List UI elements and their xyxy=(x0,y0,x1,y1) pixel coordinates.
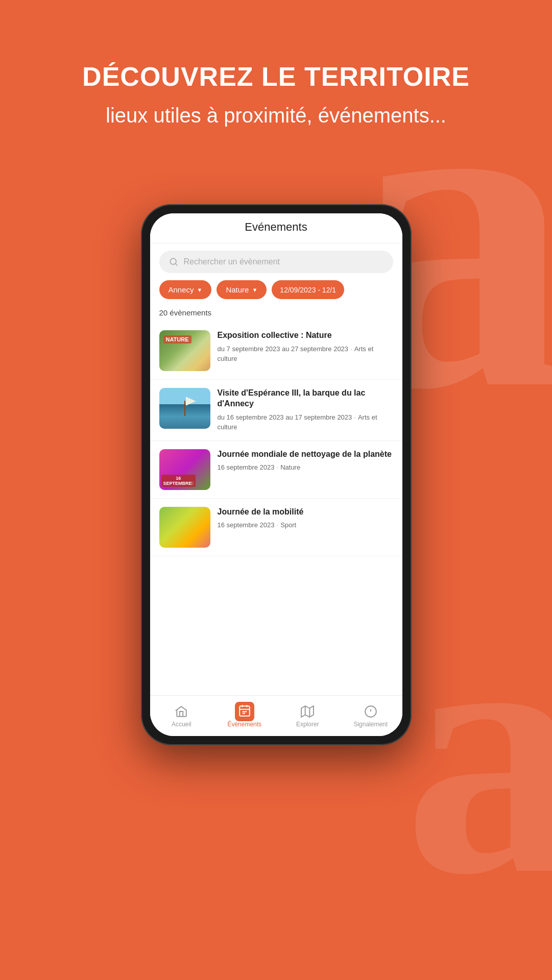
svg-point-0 xyxy=(170,258,176,264)
event-meta: 16 septembre 2023·Sport xyxy=(218,520,393,530)
nav-item-signalement[interactable]: Signalement xyxy=(339,704,402,728)
event-title: Visite d'Espérance III, la barque du lac… xyxy=(218,388,393,409)
nav-item-explorer[interactable]: Explorer xyxy=(276,704,340,728)
event-thumbnail xyxy=(159,388,210,429)
alert-icon xyxy=(364,704,378,719)
event-title: Journée mondiale de nettoyage de la plan… xyxy=(218,449,393,460)
filter-nature-label: Nature xyxy=(226,285,249,294)
nav-explorer-label: Explorer xyxy=(296,721,319,728)
phone-mockup: Evénements Rechercher un évènement xyxy=(141,204,412,745)
event-info: Journée mondiale de nettoyage de la plan… xyxy=(218,449,393,473)
event-title: Journée de la mobilité xyxy=(218,507,393,518)
chevron-down-icon: ▼ xyxy=(197,287,203,293)
map-icon xyxy=(300,704,315,719)
bottom-nav: Accueil xyxy=(150,695,402,736)
screen-title: Evénements xyxy=(160,220,392,234)
nav-item-accueil[interactable]: Accueil xyxy=(150,704,213,728)
calendar-icon xyxy=(237,704,252,719)
nav-evenements-label: Évènements xyxy=(227,721,261,728)
filter-chip-annecy[interactable]: Annecy ▼ xyxy=(159,280,212,299)
event-info: Journée de la mobilité 16 septembre 2023… xyxy=(218,507,393,530)
filter-chip-nature[interactable]: Nature ▼ xyxy=(217,280,267,299)
event-info: Visite d'Espérance III, la barque du lac… xyxy=(218,388,393,432)
svg-rect-2 xyxy=(239,706,250,716)
chevron-down-icon: ▼ xyxy=(252,287,257,293)
event-item[interactable]: Journée de la mobilité 16 septembre 2023… xyxy=(150,499,402,556)
home-icon xyxy=(174,704,188,719)
search-icon xyxy=(169,257,179,267)
search-input-wrap[interactable]: Rechercher un évènement xyxy=(159,251,393,273)
hero-section: DÉCOUVREZ LE TERRITOIRE lieux utiles à p… xyxy=(0,61,552,129)
nav-item-evenements[interactable]: Évènements xyxy=(213,704,276,728)
events-list: Exposition collective : Nature du 7 sept… xyxy=(150,322,402,695)
nav-accueil-label: Accueil xyxy=(172,721,191,728)
content-area: Rechercher un évènement Annecy ▼ Nature … xyxy=(150,243,402,695)
svg-line-1 xyxy=(175,264,177,266)
filter-chip-date[interactable]: 12/09/2023 - 12/1 xyxy=(272,280,344,299)
event-title: Exposition collective : Nature xyxy=(218,330,393,341)
nav-signalement-label: Signalement xyxy=(353,721,388,728)
hero-subtitle: lieux utiles à proximité, événements... xyxy=(0,102,552,129)
event-meta: 16 septembre 2023·Nature xyxy=(218,462,393,473)
event-thumbnail xyxy=(159,449,210,490)
filter-annecy-label: Annecy xyxy=(169,285,194,294)
hero-title: DÉCOUVREZ LE TERRITOIRE xyxy=(0,61,552,92)
event-item[interactable]: Visite d'Espérance III, la barque du lac… xyxy=(150,380,402,441)
event-thumbnail xyxy=(159,507,210,548)
search-placeholder: Rechercher un évènement xyxy=(184,257,280,266)
svg-marker-8 xyxy=(301,706,314,717)
filter-row: Annecy ▼ Nature ▼ 12/09/2023 - 12/1 xyxy=(150,280,402,306)
phone-screen: Evénements Rechercher un évènement xyxy=(150,213,402,736)
event-meta: du 7 septembre 2023 au 27 septembre 2023… xyxy=(218,344,393,364)
results-count: 20 évènements xyxy=(150,306,402,322)
filter-date-label: 12/09/2023 - 12/1 xyxy=(280,286,336,294)
event-item[interactable]: Exposition collective : Nature du 7 sept… xyxy=(150,322,402,380)
app-header: Evénements xyxy=(150,213,402,243)
event-info: Exposition collective : Nature du 7 sept… xyxy=(218,330,393,364)
phone-frame: Evénements Rechercher un évènement xyxy=(141,204,412,745)
event-meta: du 16 septembre 2023 au 17 septembre 202… xyxy=(218,412,393,432)
bg-decoration-bottom: a xyxy=(404,572,552,929)
event-thumbnail xyxy=(159,330,210,371)
search-bar: Rechercher un évènement xyxy=(150,243,402,280)
event-item[interactable]: Journée mondiale de nettoyage de la plan… xyxy=(150,441,402,499)
